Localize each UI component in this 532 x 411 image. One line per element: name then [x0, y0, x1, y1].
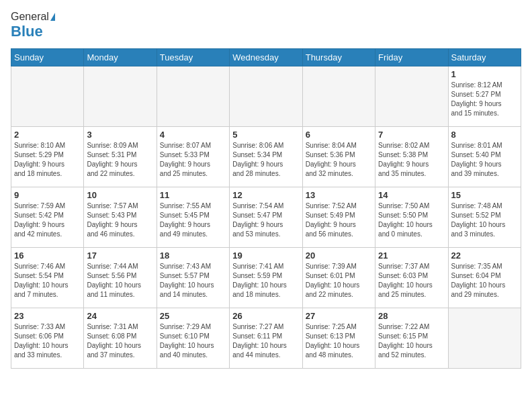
day-info: Sunrise: 7:52 AM Sunset: 5:49 PM Dayligh…: [306, 201, 372, 239]
calendar-day-cell: 14Sunrise: 7:50 AM Sunset: 5:50 PM Dayli…: [375, 187, 448, 248]
day-info: Sunrise: 7:35 AM Sunset: 6:04 PM Dayligh…: [451, 262, 518, 300]
day-info: Sunrise: 7:29 AM Sunset: 6:10 PM Dayligh…: [160, 322, 226, 360]
day-info: Sunrise: 8:04 AM Sunset: 5:36 PM Dayligh…: [306, 141, 372, 179]
day-number: 19: [232, 250, 299, 261]
calendar-day-cell: 21Sunrise: 7:37 AM Sunset: 6:03 PM Dayli…: [375, 248, 448, 308]
calendar-day-cell: 1Sunrise: 8:12 AM Sunset: 5:27 PM Daylig…: [448, 66, 521, 127]
day-number: 23: [14, 311, 81, 321]
calendar-day-cell: [11, 66, 84, 127]
day-number: 28: [378, 311, 445, 321]
logo-triangle-icon: [50, 13, 55, 21]
day-info: Sunrise: 7:37 AM Sunset: 6:03 PM Dayligh…: [378, 262, 445, 300]
day-number: 26: [232, 311, 299, 321]
weekday-header: Thursday: [302, 49, 375, 66]
calendar-day-cell: 17Sunrise: 7:44 AM Sunset: 5:56 PM Dayli…: [84, 248, 157, 308]
day-number: 11: [160, 190, 226, 200]
day-number: 16: [14, 250, 81, 261]
calendar-day-cell: 13Sunrise: 7:52 AM Sunset: 5:49 PM Dayli…: [302, 187, 375, 248]
calendar-day-cell: 25Sunrise: 7:29 AM Sunset: 6:10 PM Dayli…: [157, 308, 229, 369]
calendar-day-cell: 12Sunrise: 7:54 AM Sunset: 5:47 PM Dayli…: [230, 187, 302, 248]
day-number: 14: [378, 190, 445, 200]
calendar-day-cell: [230, 66, 302, 127]
calendar-day-cell: 15Sunrise: 7:48 AM Sunset: 5:52 PM Dayli…: [448, 187, 521, 248]
day-info: Sunrise: 7:59 AM Sunset: 5:42 PM Dayligh…: [14, 201, 81, 239]
calendar-day-cell: [302, 66, 375, 127]
calendar-week-row: 9Sunrise: 7:59 AM Sunset: 5:42 PM Daylig…: [11, 187, 521, 248]
calendar-day-cell: [84, 66, 157, 127]
logo: General Blue: [11, 11, 55, 40]
day-number: 13: [306, 190, 372, 200]
day-info: Sunrise: 7:57 AM Sunset: 5:43 PM Dayligh…: [87, 201, 153, 239]
weekday-header: Wednesday: [230, 49, 302, 66]
day-number: 12: [232, 190, 299, 200]
logo-blue-text: Blue: [11, 23, 43, 40]
calendar-table: SundayMondayTuesdayWednesdayThursdayFrid…: [11, 48, 521, 369]
logo-general-text: General: [11, 11, 49, 23]
calendar-day-cell: 8Sunrise: 8:01 AM Sunset: 5:40 PM Daylig…: [448, 127, 521, 187]
calendar-day-cell: 4Sunrise: 8:07 AM Sunset: 5:33 PM Daylig…: [157, 127, 229, 187]
calendar-day-cell: 27Sunrise: 7:25 AM Sunset: 6:13 PM Dayli…: [302, 308, 375, 369]
day-info: Sunrise: 7:41 AM Sunset: 5:59 PM Dayligh…: [232, 262, 299, 300]
day-info: Sunrise: 7:25 AM Sunset: 6:13 PM Dayligh…: [306, 322, 372, 360]
day-number: 25: [160, 311, 226, 321]
day-number: 17: [87, 250, 153, 261]
day-info: Sunrise: 8:09 AM Sunset: 5:31 PM Dayligh…: [87, 141, 153, 179]
calendar-day-cell: 20Sunrise: 7:39 AM Sunset: 6:01 PM Dayli…: [302, 248, 375, 308]
calendar-day-cell: [375, 66, 448, 127]
calendar-week-row: 23Sunrise: 7:33 AM Sunset: 6:06 PM Dayli…: [11, 308, 521, 369]
day-number: 5: [232, 130, 299, 140]
day-info: Sunrise: 8:01 AM Sunset: 5:40 PM Dayligh…: [451, 141, 518, 179]
calendar-day-cell: 10Sunrise: 7:57 AM Sunset: 5:43 PM Dayli…: [84, 187, 157, 248]
day-info: Sunrise: 7:22 AM Sunset: 6:15 PM Dayligh…: [378, 322, 445, 360]
calendar-week-row: 16Sunrise: 7:46 AM Sunset: 5:54 PM Dayli…: [11, 248, 521, 308]
weekday-header: Monday: [84, 49, 157, 66]
day-info: Sunrise: 8:06 AM Sunset: 5:34 PM Dayligh…: [232, 141, 299, 179]
calendar-day-cell: [157, 66, 229, 127]
weekday-header: Sunday: [11, 49, 84, 66]
day-number: 7: [378, 130, 445, 140]
day-info: Sunrise: 7:46 AM Sunset: 5:54 PM Dayligh…: [14, 262, 81, 300]
calendar-day-cell: 11Sunrise: 7:55 AM Sunset: 5:45 PM Dayli…: [157, 187, 229, 248]
day-number: 1: [451, 69, 518, 79]
calendar-header: SundayMondayTuesdayWednesdayThursdayFrid…: [11, 49, 521, 66]
day-info: Sunrise: 8:10 AM Sunset: 5:29 PM Dayligh…: [14, 141, 81, 179]
day-number: 20: [306, 250, 372, 261]
day-info: Sunrise: 7:33 AM Sunset: 6:06 PM Dayligh…: [14, 322, 81, 360]
day-number: 27: [306, 311, 372, 321]
day-number: 9: [14, 190, 81, 200]
calendar-day-cell: 22Sunrise: 7:35 AM Sunset: 6:04 PM Dayli…: [448, 248, 521, 308]
calendar-day-cell: 28Sunrise: 7:22 AM Sunset: 6:15 PM Dayli…: [375, 308, 448, 369]
calendar-week-row: 1Sunrise: 8:12 AM Sunset: 5:27 PM Daylig…: [11, 66, 521, 127]
calendar-day-cell: 24Sunrise: 7:31 AM Sunset: 6:08 PM Dayli…: [84, 308, 157, 369]
day-info: Sunrise: 7:39 AM Sunset: 6:01 PM Dayligh…: [306, 262, 372, 300]
day-number: 3: [87, 130, 153, 140]
calendar-day-cell: 3Sunrise: 8:09 AM Sunset: 5:31 PM Daylig…: [84, 127, 157, 187]
calendar-day-cell: 26Sunrise: 7:27 AM Sunset: 6:11 PM Dayli…: [230, 308, 302, 369]
calendar-day-cell: 9Sunrise: 7:59 AM Sunset: 5:42 PM Daylig…: [11, 187, 84, 248]
day-info: Sunrise: 7:44 AM Sunset: 5:56 PM Dayligh…: [87, 262, 153, 300]
weekday-header: Friday: [375, 49, 448, 66]
page-header: General Blue: [11, 11, 521, 40]
calendar-day-cell: 19Sunrise: 7:41 AM Sunset: 5:59 PM Dayli…: [230, 248, 302, 308]
day-info: Sunrise: 8:02 AM Sunset: 5:38 PM Dayligh…: [378, 141, 445, 179]
day-number: 2: [14, 130, 81, 140]
calendar-day-cell: 6Sunrise: 8:04 AM Sunset: 5:36 PM Daylig…: [302, 127, 375, 187]
day-info: Sunrise: 7:43 AM Sunset: 5:57 PM Dayligh…: [160, 262, 226, 300]
day-number: 6: [306, 130, 372, 140]
calendar-day-cell: 18Sunrise: 7:43 AM Sunset: 5:57 PM Dayli…: [157, 248, 229, 308]
day-number: 8: [451, 130, 518, 140]
day-info: Sunrise: 7:27 AM Sunset: 6:11 PM Dayligh…: [232, 322, 299, 360]
day-number: 18: [160, 250, 226, 261]
day-info: Sunrise: 7:55 AM Sunset: 5:45 PM Dayligh…: [160, 201, 226, 239]
day-number: 22: [451, 250, 518, 261]
day-info: Sunrise: 8:12 AM Sunset: 5:27 PM Dayligh…: [451, 81, 518, 118]
calendar-body: 1Sunrise: 8:12 AM Sunset: 5:27 PM Daylig…: [11, 66, 521, 369]
calendar-day-cell: 23Sunrise: 7:33 AM Sunset: 6:06 PM Dayli…: [11, 308, 84, 369]
weekday-row: SundayMondayTuesdayWednesdayThursdayFrid…: [11, 49, 521, 66]
calendar-day-cell: 2Sunrise: 8:10 AM Sunset: 5:29 PM Daylig…: [11, 127, 84, 187]
day-number: 15: [451, 190, 518, 200]
calendar-day-cell: [448, 308, 521, 369]
calendar-day-cell: 16Sunrise: 7:46 AM Sunset: 5:54 PM Dayli…: [11, 248, 84, 308]
day-number: 4: [160, 130, 226, 140]
day-number: 21: [378, 250, 445, 261]
